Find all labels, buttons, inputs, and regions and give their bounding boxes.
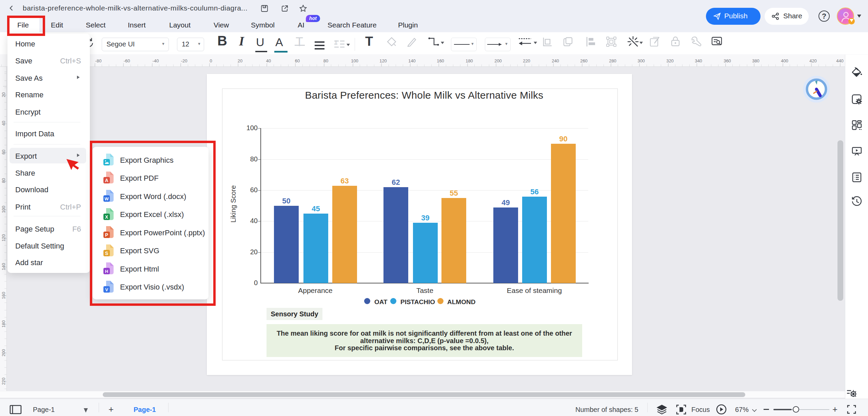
svg-text:T: T — [334, 40, 338, 44]
